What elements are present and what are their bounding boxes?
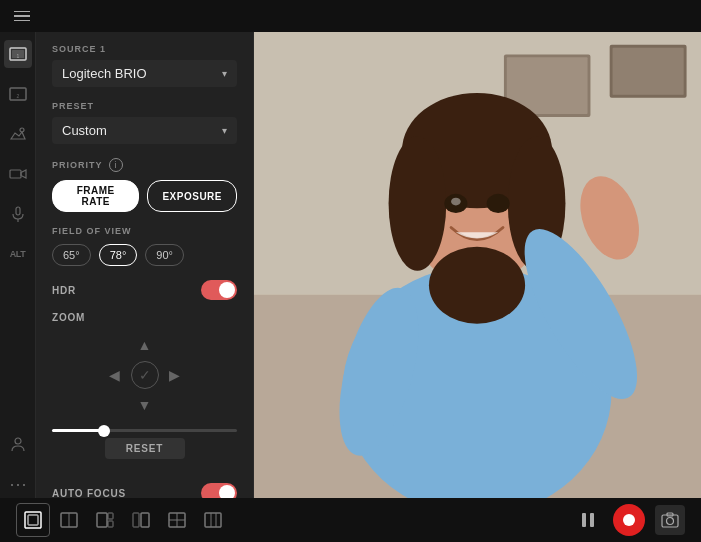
auto-focus-row: AUTO FOCUS — [52, 483, 237, 498]
svg-rect-31 — [28, 515, 38, 525]
sidebar-item-person[interactable] — [4, 430, 32, 458]
zoom-up-button[interactable]: ▲ — [131, 331, 159, 359]
hamburger-menu[interactable] — [10, 7, 34, 26]
svg-rect-36 — [108, 521, 113, 527]
priority-buttons: FRAME RATE EXPOSURE — [52, 180, 237, 212]
svg-point-23 — [429, 247, 525, 324]
fit-view-button[interactable] — [16, 503, 50, 537]
svg-rect-7 — [16, 207, 20, 215]
sidebar-item-alt[interactable]: ALT — [4, 240, 32, 268]
svg-rect-42 — [205, 513, 221, 527]
svg-rect-37 — [133, 513, 139, 527]
svg-rect-34 — [97, 513, 107, 527]
preset-chevron-icon: ▾ — [222, 125, 227, 136]
frame-rate-button[interactable]: FRAME RATE — [52, 180, 139, 212]
svg-rect-6 — [10, 170, 21, 178]
bottom-toolbar — [0, 498, 701, 542]
view4-button[interactable] — [124, 503, 158, 537]
priority-info-icon[interactable]: i — [109, 158, 123, 172]
zoom-down-button[interactable]: ▼ — [131, 391, 159, 419]
exposure-button[interactable]: EXPOSURE — [147, 180, 237, 212]
zoom-left-button[interactable]: ◀ — [101, 361, 129, 389]
camera-view — [254, 32, 701, 498]
svg-point-25 — [487, 194, 510, 213]
source-value: Logitech BRIO — [62, 66, 147, 81]
svg-rect-38 — [141, 513, 149, 527]
svg-rect-46 — [590, 513, 594, 527]
top-bar — [0, 0, 701, 32]
hdr-label: HDR — [52, 285, 76, 296]
sidebar-item-audio[interactable] — [4, 200, 32, 228]
zoom-arrows: ▲ ◀ ✓ ▶ ▼ — [101, 331, 189, 419]
svg-text:1: 1 — [16, 53, 19, 59]
svg-point-9 — [15, 438, 21, 444]
fov-78-button[interactable]: 78° — [99, 244, 138, 266]
preset-value: Custom — [62, 123, 107, 138]
svg-rect-47 — [662, 515, 678, 527]
bottom-left — [16, 503, 230, 537]
snapshot-button[interactable] — [655, 505, 685, 535]
zoom-empty-tl — [101, 331, 129, 359]
source-select[interactable]: Logitech BRIO ▾ — [52, 60, 237, 87]
svg-rect-45 — [582, 513, 586, 527]
record-indicator — [623, 514, 635, 526]
svg-point-21 — [389, 136, 447, 271]
zoom-label: ZOOM — [52, 312, 237, 323]
bottom-right — [573, 504, 685, 536]
sidebar-item-source2[interactable]: 2 — [4, 80, 32, 108]
view5-button[interactable] — [160, 503, 194, 537]
zoom-right-button[interactable]: ▶ — [161, 361, 189, 389]
zoom-empty-br — [161, 391, 189, 419]
zoom-empty-tr — [161, 331, 189, 359]
auto-focus-label: AUTO FOCUS — [52, 488, 126, 499]
preset-label: PRESET — [52, 101, 237, 111]
camera-feed — [254, 32, 701, 498]
preset-select[interactable]: Custom ▾ — [52, 117, 237, 144]
hdr-toggle[interactable] — [201, 280, 237, 300]
zoom-control: ▲ ◀ ✓ ▶ ▼ — [52, 331, 237, 432]
sidebar-item-virtual-bg[interactable] — [4, 120, 32, 148]
fov-buttons: 65° 78° 90° — [52, 244, 237, 266]
sidebar-item-more[interactable]: ⋯ — [4, 470, 32, 498]
priority-label: PRIORITY — [52, 160, 103, 170]
reset-button[interactable]: RESET — [105, 438, 185, 459]
zoom-slider-thumb — [98, 425, 110, 437]
hdr-row: HDR — [52, 280, 237, 300]
record-button[interactable] — [613, 504, 645, 536]
svg-text:2: 2 — [16, 93, 19, 99]
pause-button[interactable] — [573, 505, 603, 535]
sidebar-item-source1[interactable]: 1 — [4, 40, 32, 68]
sidebar-item-video[interactable] — [4, 160, 32, 188]
svg-rect-30 — [25, 512, 41, 528]
priority-row: PRIORITY i — [52, 158, 237, 172]
source-chevron-icon: ▾ — [222, 68, 227, 79]
auto-focus-toggle[interactable] — [201, 483, 237, 498]
svg-point-48 — [667, 518, 674, 525]
zoom-slider-row — [52, 429, 237, 432]
view2-button[interactable] — [52, 503, 86, 537]
main-layout: 1 2 ALT — [0, 32, 701, 498]
zoom-empty-bl — [101, 391, 129, 419]
view3-button[interactable] — [88, 503, 122, 537]
zoom-section: ZOOM ▲ ◀ ✓ ▶ ▼ — [52, 312, 237, 471]
view6-button[interactable] — [196, 503, 230, 537]
zoom-center-button[interactable]: ✓ — [131, 361, 159, 389]
fov-65-button[interactable]: 65° — [52, 244, 91, 266]
control-panel: SOURCE 1 Logitech BRIO ▾ PRESET Custom ▾… — [36, 32, 254, 498]
zoom-slider[interactable] — [52, 429, 237, 432]
svg-point-26 — [451, 198, 461, 206]
icon-sidebar: 1 2 ALT — [0, 32, 36, 498]
fov-label: FIELD OF VIEW — [52, 226, 237, 236]
source-label: SOURCE 1 — [52, 44, 237, 54]
svg-rect-35 — [108, 513, 113, 519]
svg-rect-15 — [613, 48, 684, 95]
fov-90-button[interactable]: 90° — [145, 244, 184, 266]
